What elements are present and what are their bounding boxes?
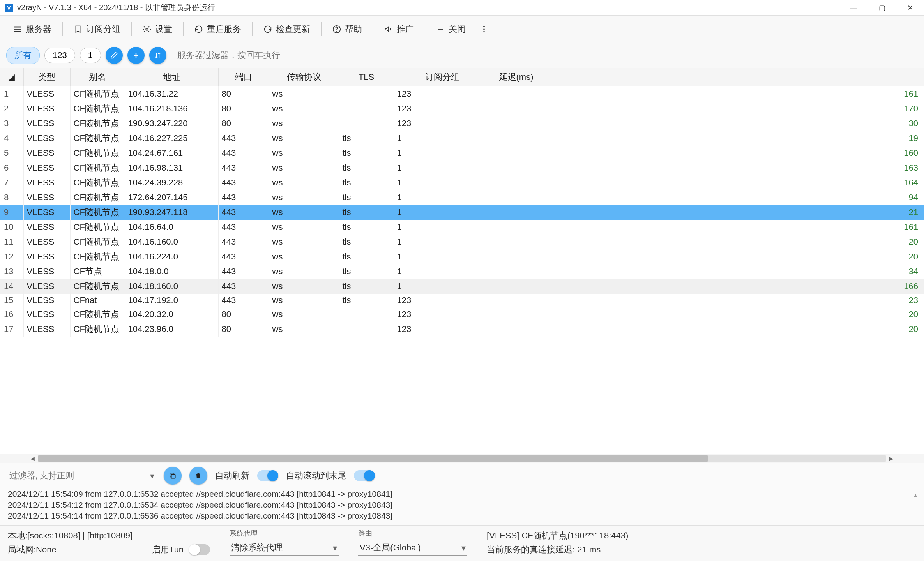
close-window-button[interactable]: ✕ bbox=[901, 2, 919, 14]
cell-idx: 3 bbox=[0, 116, 23, 131]
cell-lat: 160 bbox=[491, 146, 924, 161]
maximize-button[interactable]: ▢ bbox=[873, 2, 891, 14]
table-row[interactable]: 6VLESSCF随机节点104.16.98.131443wstls1163 bbox=[0, 161, 924, 175]
table-row[interactable]: 17VLESSCF随机节点104.23.96.080ws12320 bbox=[0, 322, 924, 337]
table-row[interactable]: 8VLESSCF随机节点172.64.207.145443wstls194 bbox=[0, 190, 924, 205]
filter-chip-all[interactable]: 所有 bbox=[6, 47, 40, 64]
scroll-top-icon[interactable]: ▲ bbox=[912, 490, 919, 501]
scroll-track[interactable] bbox=[38, 455, 886, 462]
cell-sub: 123 bbox=[394, 86, 491, 102]
table-row[interactable]: 10VLESSCF随机节点104.16.64.0443wstls1161 bbox=[0, 220, 924, 235]
cell-addr: 104.16.31.22 bbox=[125, 86, 218, 102]
col-alias[interactable]: 别名 bbox=[70, 68, 125, 86]
cell-lat: 20 bbox=[491, 249, 924, 264]
auto-scroll-toggle[interactable] bbox=[354, 470, 375, 481]
servers-label: 服务器 bbox=[26, 23, 51, 35]
cell-addr: 190.93.247.220 bbox=[125, 116, 218, 131]
cell-port: 443 bbox=[218, 131, 269, 146]
cell-tls bbox=[339, 101, 394, 116]
cell-lat: 170 bbox=[491, 101, 924, 116]
table-row[interactable]: 14VLESSCF随机节点104.18.160.0443wstls1166 bbox=[0, 279, 924, 294]
cell-sub: 1 bbox=[394, 220, 491, 235]
route-select[interactable]: V3-全局(Global) bbox=[358, 540, 467, 556]
servers-menu[interactable]: 服务器 bbox=[8, 20, 57, 38]
cell-trans: ws bbox=[269, 264, 339, 279]
cell-type: VLESS bbox=[23, 322, 70, 337]
col-port[interactable]: 端口 bbox=[218, 68, 269, 86]
settings-menu[interactable]: 设置 bbox=[137, 20, 178, 38]
cell-port: 80 bbox=[218, 86, 269, 102]
col-latency[interactable]: 延迟(ms) bbox=[491, 68, 924, 86]
route-label: 路由 bbox=[358, 529, 467, 538]
cell-idx: 14 bbox=[0, 279, 23, 294]
col-trans[interactable]: 传输协议 bbox=[269, 68, 339, 86]
restart-button[interactable]: 重启服务 bbox=[189, 20, 247, 38]
subscriptions-menu[interactable]: 订阅分组 bbox=[68, 20, 126, 38]
current-server: [VLESS] CF随机节点(190***118:443) bbox=[487, 530, 628, 542]
cell-tls bbox=[339, 86, 394, 102]
table-row[interactable]: 5VLESSCF随机节点104.24.67.161443wstls1160 bbox=[0, 146, 924, 161]
tun-label: 启用Tun bbox=[152, 544, 184, 556]
close-button[interactable]: 关闭 bbox=[431, 20, 471, 38]
table-row[interactable]: 1VLESSCF随机节点104.16.31.2280ws123161 bbox=[0, 86, 924, 102]
sysproxy-select[interactable]: 清除系统代理 bbox=[230, 540, 339, 556]
table-row[interactable]: 13VLESSCF节点104.18.0.0443wstls134 bbox=[0, 264, 924, 279]
h-scrollbar[interactable]: ◀ ▶ bbox=[0, 454, 924, 463]
clear-log-button[interactable] bbox=[189, 467, 207, 485]
filter-chip-123[interactable]: 123 bbox=[44, 48, 75, 63]
cell-tls: tls bbox=[339, 190, 394, 205]
log-filter-input[interactable] bbox=[8, 468, 156, 483]
cell-sub: 123 bbox=[394, 116, 491, 131]
table-row[interactable]: 16VLESSCF随机节点104.20.32.080ws12320 bbox=[0, 307, 924, 322]
cell-sub: 1 bbox=[394, 249, 491, 264]
table-row[interactable]: 12VLESSCF随机节点104.16.224.0443wstls120 bbox=[0, 249, 924, 264]
cell-trans: ws bbox=[269, 190, 339, 205]
cell-port: 443 bbox=[218, 249, 269, 264]
cell-alias: CF随机节点 bbox=[70, 205, 125, 220]
main-toolbar: 服务器 订阅分组 设置 重启服务 检查更新 帮助 推广 关闭 bbox=[0, 16, 924, 43]
table-row[interactable]: 9VLESSCF随机节点190.93.247.118443wstls121 bbox=[0, 205, 924, 220]
tun-toggle[interactable] bbox=[189, 544, 210, 555]
cell-idx: 2 bbox=[0, 101, 23, 116]
help-menu[interactable]: 帮助 bbox=[327, 20, 367, 38]
more-menu[interactable] bbox=[474, 22, 494, 37]
auto-refresh-toggle[interactable] bbox=[257, 470, 278, 481]
cell-idx: 17 bbox=[0, 322, 23, 337]
copy-log-button[interactable] bbox=[164, 467, 182, 485]
filter-chip-1[interactable]: 1 bbox=[80, 48, 101, 63]
col-tls[interactable]: TLS bbox=[339, 68, 394, 86]
table-row[interactable]: 7VLESSCF随机节点104.24.39.228443wstls1164 bbox=[0, 175, 924, 190]
cell-lat: 161 bbox=[491, 220, 924, 235]
cell-tls: tls bbox=[339, 235, 394, 249]
col-sub[interactable]: 订阅分组 bbox=[394, 68, 491, 86]
scroll-right-icon[interactable]: ▶ bbox=[886, 455, 897, 462]
cell-type: VLESS bbox=[23, 205, 70, 220]
scroll-thumb[interactable] bbox=[38, 455, 708, 462]
table-row[interactable]: 3VLESSCF随机节点190.93.247.22080ws12330 bbox=[0, 116, 924, 131]
settings-label: 设置 bbox=[155, 23, 172, 35]
cell-port: 443 bbox=[218, 235, 269, 249]
update-label: 检查更新 bbox=[276, 23, 310, 35]
cell-alias: CF随机节点 bbox=[70, 220, 125, 235]
cell-trans: ws bbox=[269, 101, 339, 116]
sort-button[interactable] bbox=[149, 47, 166, 64]
cell-type: VLESS bbox=[23, 279, 70, 294]
update-button[interactable]: 检查更新 bbox=[258, 20, 316, 38]
scroll-left-icon[interactable]: ◀ bbox=[27, 455, 38, 462]
col-addr[interactable]: 地址 bbox=[125, 68, 218, 86]
server-filter-input[interactable] bbox=[176, 48, 324, 63]
cell-addr: 104.18.160.0 bbox=[125, 279, 218, 294]
edit-button[interactable] bbox=[106, 47, 123, 64]
table-row[interactable]: 11VLESSCF随机节点104.16.160.0443wstls120 bbox=[0, 235, 924, 249]
speaker-icon bbox=[384, 25, 393, 34]
cell-addr: 104.20.32.0 bbox=[125, 307, 218, 322]
table-row[interactable]: 15VLESSCFnat104.17.192.0443wstls12323 bbox=[0, 294, 924, 307]
add-button[interactable] bbox=[127, 47, 145, 64]
table-row[interactable]: 4VLESSCF随机节点104.16.227.225443wstls119 bbox=[0, 131, 924, 146]
table-row[interactable]: 2VLESSCF随机节点104.16.218.13680ws123170 bbox=[0, 101, 924, 116]
minimize-button[interactable]: — bbox=[844, 2, 863, 14]
cell-alias: CF随机节点 bbox=[70, 116, 125, 131]
col-corner[interactable]: ◢ bbox=[0, 68, 23, 86]
col-type[interactable]: 类型 bbox=[23, 68, 70, 86]
promo-menu[interactable]: 推广 bbox=[379, 20, 419, 38]
